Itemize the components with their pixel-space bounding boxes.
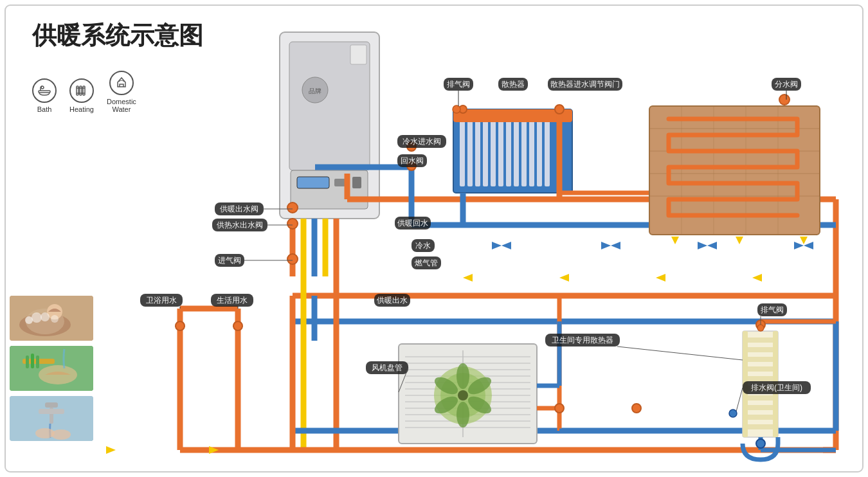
svg-text:供暖出水: 供暖出水: [377, 296, 408, 305]
svg-rect-126: [743, 357, 778, 362]
svg-rect-56: [514, 116, 519, 186]
svg-point-220: [729, 410, 737, 417]
svg-rect-54: [498, 116, 503, 186]
svg-marker-163: [463, 274, 473, 282]
svg-rect-52: [483, 116, 488, 186]
svg-text:卫浴用水: 卫浴用水: [146, 296, 177, 305]
svg-text:排水阀(卫生间): 排水阀(卫生间): [751, 383, 802, 392]
svg-point-111: [457, 363, 469, 389]
svg-text:排气阀: 排气阀: [761, 305, 784, 314]
svg-point-151: [287, 219, 298, 229]
svg-rect-125: [743, 347, 778, 352]
svg-marker-166: [752, 274, 762, 282]
svg-rect-58: [529, 116, 534, 186]
svg-text:散热器进水调节阀门: 散热器进水调节阀门: [550, 80, 620, 89]
svg-point-148: [176, 321, 185, 330]
svg-marker-162: [794, 242, 804, 249]
svg-point-147: [632, 404, 641, 413]
svg-point-154: [756, 439, 765, 448]
svg-rect-61: [453, 109, 572, 122]
svg-point-215: [757, 325, 764, 331]
svg-text:燃气管: 燃气管: [415, 258, 438, 267]
svg-rect-53: [491, 116, 496, 186]
svg-text:品牌: 品牌: [309, 87, 321, 94]
svg-rect-49: [460, 116, 465, 186]
svg-text:冷水进水阀: 冷水进水阀: [402, 137, 441, 146]
svg-marker-157: [707, 242, 717, 249]
diagram-svg: 品牌: [0, 0, 868, 477]
svg-text:生活用水: 生活用水: [217, 296, 248, 305]
svg-point-144: [453, 105, 460, 113]
svg-rect-130: [743, 395, 778, 401]
svg-point-143: [555, 105, 564, 114]
svg-point-146: [555, 404, 564, 413]
svg-text:供暖回水: 供暖回水: [397, 219, 428, 228]
svg-rect-124: [743, 338, 778, 343]
svg-rect-131: [743, 405, 778, 410]
svg-point-114: [457, 402, 469, 428]
main-container: { "title": "供暖系统示意图", "icons": [ {"label…: [0, 0, 868, 477]
svg-text:回水阀: 回水阀: [401, 156, 424, 165]
svg-marker-160: [601, 242, 611, 249]
svg-marker-156: [611, 242, 620, 249]
svg-text:进气阀: 进气阀: [218, 256, 241, 265]
svg-text:排气阀: 排气阀: [447, 80, 470, 89]
svg-rect-55: [506, 116, 511, 186]
svg-rect-35: [350, 45, 366, 64]
svg-marker-164: [559, 274, 569, 282]
svg-rect-127: [743, 366, 778, 372]
svg-marker-168: [106, 446, 116, 454]
svg-rect-30: [297, 177, 329, 188]
svg-rect-133: [743, 424, 778, 429]
svg-marker-165: [656, 274, 665, 282]
svg-text:冷水: 冷水: [415, 241, 431, 250]
svg-point-145: [779, 94, 790, 105]
svg-marker-158: [804, 242, 813, 249]
svg-rect-60: [545, 116, 550, 186]
svg-text:散热器: 散热器: [502, 80, 525, 89]
svg-text:供暖出水阀: 供暖出水阀: [220, 204, 258, 213]
svg-marker-159: [492, 242, 502, 249]
svg-marker-155: [502, 242, 511, 249]
svg-point-150: [287, 203, 298, 213]
svg-line-209: [617, 346, 743, 360]
svg-rect-50: [467, 116, 473, 186]
svg-text:分水阀: 分水阀: [775, 80, 798, 89]
svg-text:卫生间专用散热器: 卫生间专用散热器: [552, 336, 613, 345]
svg-marker-79: [800, 237, 808, 244]
svg-marker-161: [698, 242, 707, 249]
svg-rect-29: [291, 170, 368, 209]
svg-text:风机盘管: 风机盘管: [372, 363, 402, 372]
svg-marker-77: [671, 237, 679, 244]
svg-point-152: [287, 254, 298, 264]
svg-rect-128: [743, 376, 778, 381]
svg-line-219: [736, 388, 743, 411]
svg-point-149: [233, 321, 242, 330]
svg-rect-59: [537, 116, 542, 186]
svg-rect-132: [743, 415, 778, 420]
svg-rect-32: [352, 177, 361, 188]
svg-marker-78: [736, 237, 743, 244]
svg-text:供热水出水阀: 供热水出水阀: [217, 221, 263, 230]
svg-point-117: [458, 390, 468, 401]
svg-rect-51: [475, 116, 480, 186]
svg-rect-57: [521, 116, 527, 186]
